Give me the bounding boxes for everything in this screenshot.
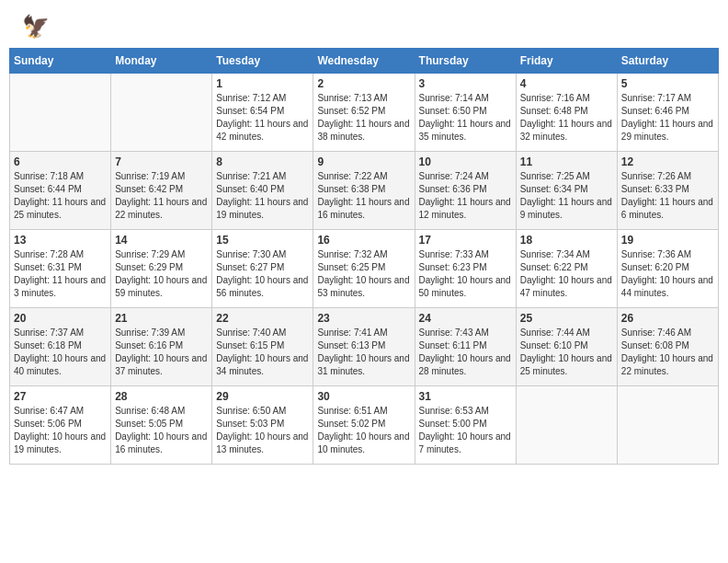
- page-header: 🦅: [9, 9, 719, 40]
- calendar-cell: [516, 386, 617, 465]
- calendar-cell: 27Sunrise: 6:47 AMSunset: 5:06 PMDayligh…: [10, 386, 111, 465]
- day-info: Sunrise: 7:37 AMSunset: 6:18 PMDaylight:…: [14, 327, 107, 378]
- logo: 🦅: [18, 14, 50, 36]
- day-info: Sunrise: 7:39 AMSunset: 6:16 PMDaylight:…: [115, 327, 208, 378]
- day-number: 13: [14, 234, 107, 247]
- day-info: Sunrise: 7:44 AMSunset: 6:10 PMDaylight:…: [520, 327, 613, 378]
- day-number: 31: [419, 390, 512, 403]
- day-info: Sunrise: 7:16 AMSunset: 6:48 PMDaylight:…: [520, 92, 613, 144]
- day-number: 5: [621, 77, 714, 90]
- calendar-cell: 10Sunrise: 7:24 AMSunset: 6:36 PMDayligh…: [415, 152, 516, 230]
- day-info: Sunrise: 7:19 AMSunset: 6:42 PMDaylight:…: [115, 170, 208, 222]
- day-number: 23: [317, 312, 410, 325]
- day-number: 25: [520, 312, 613, 325]
- day-info: Sunrise: 7:21 AMSunset: 6:40 PMDaylight:…: [216, 170, 309, 222]
- day-number: 10: [419, 155, 512, 168]
- day-info: Sunrise: 7:18 AMSunset: 6:44 PMDaylight:…: [14, 170, 107, 222]
- day-number: 1: [216, 77, 309, 90]
- day-number: 20: [14, 312, 107, 325]
- day-info: Sunrise: 7:24 AMSunset: 6:36 PMDaylight:…: [419, 170, 512, 222]
- day-number: 27: [14, 390, 107, 403]
- day-info: Sunrise: 6:53 AMSunset: 5:00 PMDaylight:…: [419, 405, 512, 456]
- calendar-cell: 15Sunrise: 7:30 AMSunset: 6:27 PMDayligh…: [212, 230, 313, 308]
- calendar-cell: 8Sunrise: 7:21 AMSunset: 6:40 PMDaylight…: [212, 152, 313, 230]
- day-info: Sunrise: 7:30 AMSunset: 6:27 PMDaylight:…: [216, 248, 309, 300]
- day-info: Sunrise: 7:28 AMSunset: 6:31 PMDaylight:…: [14, 248, 107, 300]
- calendar-cell: 19Sunrise: 7:36 AMSunset: 6:20 PMDayligh…: [617, 230, 718, 308]
- day-number: 2: [317, 77, 410, 90]
- day-number: 3: [419, 77, 512, 90]
- calendar-cell: 31Sunrise: 6:53 AMSunset: 5:00 PMDayligh…: [415, 386, 516, 465]
- day-number: 28: [115, 390, 208, 403]
- day-info: Sunrise: 7:14 AMSunset: 6:50 PMDaylight:…: [419, 92, 512, 144]
- day-number: 14: [115, 234, 208, 247]
- calendar-cell: 11Sunrise: 7:25 AMSunset: 6:34 PMDayligh…: [516, 152, 617, 230]
- calendar-cell: 5Sunrise: 7:17 AMSunset: 6:46 PMDaylight…: [617, 74, 718, 152]
- calendar-header-saturday: Saturday: [617, 49, 718, 74]
- day-info: Sunrise: 7:33 AMSunset: 6:23 PMDaylight:…: [419, 248, 512, 300]
- calendar-header-sunday: Sunday: [10, 49, 111, 74]
- day-info: Sunrise: 6:48 AMSunset: 5:05 PMDaylight:…: [115, 405, 208, 456]
- calendar-week-row: 20Sunrise: 7:37 AMSunset: 6:18 PMDayligh…: [10, 308, 719, 386]
- day-info: Sunrise: 7:34 AMSunset: 6:22 PMDaylight:…: [520, 248, 613, 300]
- day-info: Sunrise: 7:26 AMSunset: 6:33 PMDaylight:…: [621, 170, 714, 222]
- day-number: 16: [317, 234, 410, 247]
- calendar-header-row: SundayMondayTuesdayWednesdayThursdayFrid…: [10, 49, 719, 74]
- calendar-cell: 24Sunrise: 7:43 AMSunset: 6:11 PMDayligh…: [415, 308, 516, 386]
- calendar-cell: 13Sunrise: 7:28 AMSunset: 6:31 PMDayligh…: [10, 230, 111, 308]
- day-info: Sunrise: 7:22 AMSunset: 6:38 PMDaylight:…: [317, 170, 410, 222]
- calendar-week-row: 1Sunrise: 7:12 AMSunset: 6:54 PMDaylight…: [10, 74, 719, 152]
- day-number: 8: [216, 155, 309, 168]
- day-info: Sunrise: 7:25 AMSunset: 6:34 PMDaylight:…: [520, 170, 613, 222]
- calendar-cell: 21Sunrise: 7:39 AMSunset: 6:16 PMDayligh…: [111, 308, 212, 386]
- calendar-cell: 12Sunrise: 7:26 AMSunset: 6:33 PMDayligh…: [617, 152, 718, 230]
- day-info: Sunrise: 7:46 AMSunset: 6:08 PMDaylight:…: [621, 327, 714, 378]
- calendar-header-wednesday: Wednesday: [313, 49, 415, 74]
- day-info: Sunrise: 7:43 AMSunset: 6:11 PMDaylight:…: [419, 327, 512, 378]
- calendar-header-monday: Monday: [111, 49, 212, 74]
- day-number: 7: [115, 155, 208, 168]
- calendar-cell: 28Sunrise: 6:48 AMSunset: 5:05 PMDayligh…: [111, 386, 212, 465]
- calendar-cell: 29Sunrise: 6:50 AMSunset: 5:03 PMDayligh…: [212, 386, 313, 465]
- calendar-cell: 20Sunrise: 7:37 AMSunset: 6:18 PMDayligh…: [10, 308, 111, 386]
- day-info: Sunrise: 6:50 AMSunset: 5:03 PMDaylight:…: [216, 405, 309, 456]
- calendar-header-thursday: Thursday: [415, 49, 516, 74]
- day-info: Sunrise: 7:36 AMSunset: 6:20 PMDaylight:…: [621, 248, 714, 300]
- calendar-cell: 9Sunrise: 7:22 AMSunset: 6:38 PMDaylight…: [313, 152, 415, 230]
- day-info: Sunrise: 7:32 AMSunset: 6:25 PMDaylight:…: [317, 248, 410, 300]
- calendar-cell: 3Sunrise: 7:14 AMSunset: 6:50 PMDaylight…: [415, 74, 516, 152]
- day-info: Sunrise: 7:12 AMSunset: 6:54 PMDaylight:…: [216, 92, 309, 144]
- day-number: 12: [621, 155, 714, 168]
- calendar-cell: 16Sunrise: 7:32 AMSunset: 6:25 PMDayligh…: [313, 230, 415, 308]
- calendar-cell: 14Sunrise: 7:29 AMSunset: 6:29 PMDayligh…: [111, 230, 212, 308]
- calendar-cell: 22Sunrise: 7:40 AMSunset: 6:15 PMDayligh…: [212, 308, 313, 386]
- calendar-cell: [617, 386, 718, 465]
- day-number: 30: [317, 390, 410, 403]
- day-info: Sunrise: 7:29 AMSunset: 6:29 PMDaylight:…: [115, 248, 208, 300]
- day-number: 22: [216, 312, 309, 325]
- calendar-table: SundayMondayTuesdayWednesdayThursdayFrid…: [9, 48, 719, 465]
- day-number: 4: [520, 77, 613, 90]
- day-number: 24: [419, 312, 512, 325]
- day-number: 11: [520, 155, 613, 168]
- calendar-cell: 18Sunrise: 7:34 AMSunset: 6:22 PMDayligh…: [516, 230, 617, 308]
- calendar-cell: 4Sunrise: 7:16 AMSunset: 6:48 PMDaylight…: [516, 74, 617, 152]
- calendar-cell: 1Sunrise: 7:12 AMSunset: 6:54 PMDaylight…: [212, 74, 313, 152]
- day-number: 15: [216, 234, 309, 247]
- calendar-cell: 30Sunrise: 6:51 AMSunset: 5:02 PMDayligh…: [313, 386, 415, 465]
- day-number: 19: [621, 234, 714, 247]
- calendar-cell: 6Sunrise: 7:18 AMSunset: 6:44 PMDaylight…: [10, 152, 111, 230]
- day-info: Sunrise: 6:47 AMSunset: 5:06 PMDaylight:…: [14, 405, 107, 456]
- logo-bird-icon: 🦅: [22, 14, 50, 40]
- calendar-header-friday: Friday: [516, 49, 617, 74]
- day-number: 17: [419, 234, 512, 247]
- day-number: 29: [216, 390, 309, 403]
- calendar-cell: 7Sunrise: 7:19 AMSunset: 6:42 PMDaylight…: [111, 152, 212, 230]
- day-info: Sunrise: 6:51 AMSunset: 5:02 PMDaylight:…: [317, 405, 410, 456]
- calendar-header-tuesday: Tuesday: [212, 49, 313, 74]
- calendar-cell: 17Sunrise: 7:33 AMSunset: 6:23 PMDayligh…: [415, 230, 516, 308]
- calendar-week-row: 27Sunrise: 6:47 AMSunset: 5:06 PMDayligh…: [10, 386, 719, 465]
- calendar-week-row: 13Sunrise: 7:28 AMSunset: 6:31 PMDayligh…: [10, 230, 719, 308]
- day-info: Sunrise: 7:17 AMSunset: 6:46 PMDaylight:…: [621, 92, 714, 144]
- day-info: Sunrise: 7:40 AMSunset: 6:15 PMDaylight:…: [216, 327, 309, 378]
